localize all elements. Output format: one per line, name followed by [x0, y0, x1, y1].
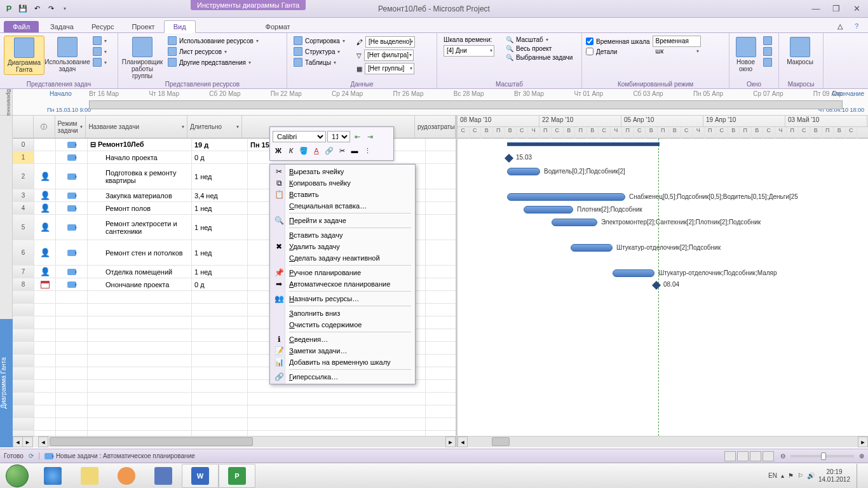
status-new-tasks[interactable]: Новые задачи : Автоматическое планирован… — [39, 452, 195, 459]
taskbar-ie[interactable] — [34, 464, 71, 488]
group-combo[interactable]: ▦ [Нет группы] — [354, 62, 417, 75]
col-rownum[interactable] — [13, 116, 34, 138]
save-icon[interactable]: 💾 — [17, 3, 29, 15]
table-row[interactable] — [13, 431, 456, 436]
arrange-all-button[interactable] — [761, 46, 775, 57]
view-sheet-icon[interactable] — [763, 451, 774, 461]
menu-item[interactable]: ℹСведения… — [271, 334, 414, 345]
menu-item[interactable]: 📝Заметки задачи… — [271, 345, 414, 356]
minimize-button[interactable]: — — [808, 3, 824, 15]
tray-action-center-icon[interactable]: ⚐ — [797, 472, 803, 479]
taskbar-explorer[interactable] — [71, 464, 108, 488]
menu-item[interactable]: ⧉Копировать ячейку — [271, 177, 414, 189]
timeline-bar[interactable] — [89, 100, 843, 109]
gantt-bar-7[interactable] — [613, 269, 654, 277]
col-name[interactable]: Название задачи▾ — [86, 116, 187, 138]
gantt-bar-6[interactable] — [571, 244, 613, 252]
menu-item[interactable]: Специальная вставка… — [271, 200, 414, 212]
view-gantt-icon[interactable] — [724, 451, 736, 461]
tab-format[interactable]: Формат — [257, 21, 299, 32]
zoom-button[interactable]: 🔍 Масштаб ▾ — [503, 36, 575, 44]
col-work[interactable]: рудозатраты — [415, 116, 456, 138]
taskbar-wmp[interactable] — [108, 464, 145, 488]
other-views-button[interactable]: ▾ — [90, 57, 109, 67]
gantt-bar-2[interactable] — [507, 168, 540, 175]
filter-combo[interactable]: ▽ [Нет фильтра] — [354, 49, 417, 62]
menu-item[interactable]: ✂Вырезать ячейку — [271, 166, 414, 177]
unlink-icon[interactable]: ✂ — [336, 145, 348, 156]
menu-item[interactable]: Сделать задачу неактивной — [271, 252, 414, 264]
gantt-chart-button[interactable]: Диаграмма Ганта — [4, 36, 44, 75]
table-hscroll[interactable]: ◄► ◄► — [13, 436, 456, 447]
redo-icon[interactable]: ↷ — [44, 3, 57, 15]
tab-project[interactable]: Проект — [123, 21, 163, 32]
col-mode[interactable]: Режим задачи▾ — [55, 116, 86, 138]
font-color-icon[interactable]: А — [311, 145, 322, 156]
menu-item[interactable]: Очистить содержимое — [271, 319, 414, 330]
menu-item[interactable]: 📊Добавить на временную шкалу — [271, 356, 414, 368]
new-window-button[interactable]: Новое окно — [733, 36, 758, 74]
resource-usage-button[interactable]: Использование ресурсов ▾ — [165, 36, 261, 46]
table-row[interactable] — [13, 405, 456, 418]
link-icon[interactable]: 🔗 — [323, 145, 335, 156]
italic-icon[interactable]: К — [285, 145, 297, 156]
menu-item[interactable]: 📋Вставить — [271, 189, 414, 200]
indent-icon[interactable]: ⇥ — [364, 131, 376, 142]
menu-item[interactable]: 🔗Гиперссылка… — [271, 371, 414, 383]
gantt-summary-bar[interactable] — [507, 142, 660, 146]
start-button[interactable] — [0, 463, 34, 489]
outdent-icon[interactable]: ⇤ — [351, 131, 363, 142]
zoom-slider[interactable] — [790, 455, 854, 458]
tab-view[interactable]: Вид — [164, 20, 196, 33]
details-checkbox[interactable]: Детали — [586, 48, 701, 55]
highlight-combo[interactable]: 🖍 [Не выделено] — [354, 36, 417, 48]
menu-item[interactable]: ➡Автоматическое планирование — [271, 278, 414, 290]
table-row[interactable] — [13, 418, 456, 431]
show-desktop-button[interactable] — [857, 464, 863, 488]
undo-icon[interactable]: ↶ — [31, 3, 43, 15]
menu-item[interactable]: 📌Ручное планирование — [271, 267, 414, 278]
zoom-entire-button[interactable]: 🔍 Весь проект — [503, 44, 575, 53]
restore-button[interactable]: ❐ — [829, 3, 844, 15]
sort-button[interactable]: Сортировка ▾ — [291, 36, 348, 46]
tab-task[interactable]: Задача — [41, 21, 83, 32]
gantt-bar-4[interactable] — [524, 206, 573, 214]
help-icon[interactable]: ? — [850, 20, 863, 32]
col-indicators[interactable]: ⓘ — [34, 116, 55, 138]
tray-lang[interactable]: EN — [768, 472, 777, 479]
hide-window-button[interactable] — [761, 57, 775, 67]
gantt-milestone-start[interactable] — [505, 154, 513, 163]
minimize-ribbon-icon[interactable]: △ — [834, 20, 846, 32]
tab-resource[interactable]: Ресурс — [83, 21, 123, 32]
view-usage-icon[interactable] — [737, 451, 749, 461]
tray-volume-icon[interactable]: 🔊 — [807, 472, 815, 479]
percent-complete-icon[interactable]: ▬ — [349, 145, 360, 156]
file-tab[interactable]: Файл — [4, 21, 39, 32]
taskbar-word[interactable]: W — [182, 464, 219, 488]
calendar-button[interactable]: ▾ — [90, 46, 109, 57]
gantt-hscroll[interactable]: ◄► — [458, 436, 868, 447]
tray-flag-icon[interactable]: ⚑ — [788, 472, 794, 479]
font-size-combo[interactable]: 11 — [327, 131, 350, 142]
gantt-bar-3[interactable] — [507, 193, 625, 201]
tables-button[interactable]: Таблицы ▾ — [291, 57, 348, 67]
zoom-selected-button[interactable]: 🔍 Выбранные задачи — [503, 53, 575, 62]
col-duration[interactable]: Длительно▾ — [187, 116, 242, 138]
status-refresh-icon[interactable]: ⟳ — [29, 452, 34, 459]
menu-item[interactable]: 🔍Перейти к задаче — [271, 215, 414, 226]
gantt-bar-5[interactable] — [552, 219, 597, 226]
menu-item[interactable]: Заполнить вниз — [271, 308, 414, 319]
outline-button[interactable]: Структура ▾ — [291, 46, 348, 57]
menu-item[interactable]: ✖Удалить задачу — [271, 241, 414, 252]
view-team-icon[interactable] — [750, 451, 761, 461]
taskbar-app1[interactable] — [145, 464, 182, 488]
task-usage-button[interactable]: Использование задач — [47, 36, 88, 74]
bold-icon[interactable]: Ж — [273, 145, 284, 156]
network-diagram-button[interactable]: ▾ — [90, 36, 109, 46]
team-planner-button[interactable]: Планировщик работы группы — [122, 36, 163, 81]
split-task-icon[interactable]: ⋮ — [362, 145, 373, 156]
timeline-checkbox[interactable]: Временная шкала Временная шк — [586, 36, 701, 47]
menu-item[interactable]: 👥Назначить ресурсы… — [271, 293, 414, 304]
gantt-body[interactable]: 15.03 Водитель[0,2];Подсобник[2] Снабжен… — [458, 139, 868, 436]
font-combo[interactable]: Calibri — [273, 131, 326, 142]
